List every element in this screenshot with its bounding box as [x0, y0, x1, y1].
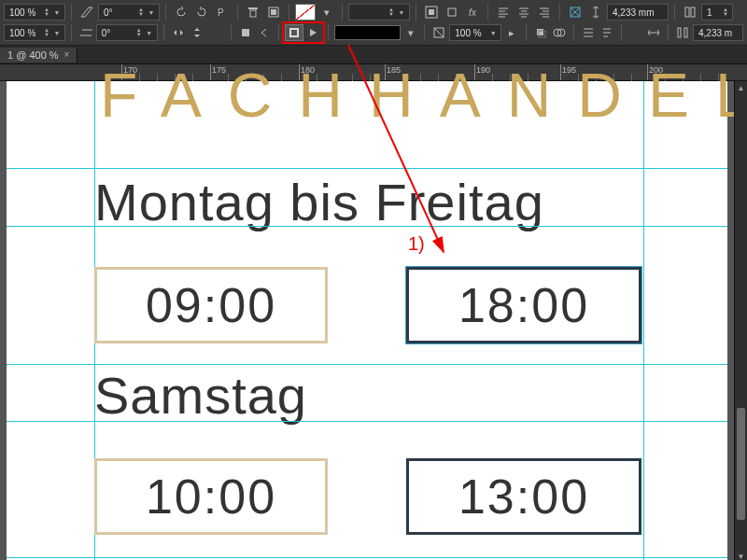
close-icon[interactable]: × — [64, 49, 70, 60]
rotate-cw-icon[interactable] — [192, 4, 211, 21]
svg-rect-11 — [242, 29, 249, 36]
guide-h-5[interactable] — [7, 557, 727, 558]
stepper-arrows-icon[interactable]: ▲▼ — [721, 7, 730, 17]
text-wrap-bounding-icon[interactable] — [443, 4, 461, 21]
viewport[interactable]: FACHHANDEL Montag bis Freitag 09:00 18:0… — [7, 81, 734, 560]
scale-y-combo[interactable]: 100 % ▲▼ ▼ — [4, 24, 65, 41]
frame-fit-icon[interactable] — [566, 4, 585, 21]
shear-h-icon[interactable] — [78, 24, 94, 41]
heading-weekdays[interactable]: Montag bis Freitag — [94, 172, 544, 232]
svg-rect-12 — [290, 29, 298, 36]
svg-rect-9 — [685, 7, 689, 17]
char-panel-icon[interactable]: P — [213, 4, 232, 21]
select-prev-icon[interactable] — [256, 24, 273, 41]
svg-rect-10 — [691, 7, 695, 17]
time-value: 18:00 — [458, 277, 589, 333]
svg-rect-18 — [678, 28, 681, 37]
timebox-sa-open[interactable]: 10:00 — [94, 458, 328, 535]
story-dir-icon[interactable] — [599, 24, 615, 41]
time-value: 10:00 — [146, 469, 276, 525]
apply-to-content-icon[interactable] — [303, 24, 322, 41]
stepper-arrows-icon[interactable]: ▲▼ — [387, 7, 396, 17]
fill-swatch[interactable] — [295, 4, 316, 21]
fx-icon[interactable]: fx — [463, 4, 482, 21]
annotation-label: 1) — [408, 233, 425, 255]
svg-rect-19 — [684, 28, 687, 37]
dropdown-caret-icon[interactable]: ▼ — [396, 9, 407, 16]
stroke-caret-icon[interactable]: ▾ — [402, 24, 419, 41]
scroll-thumb[interactable] — [737, 408, 745, 520]
svg-rect-1 — [248, 7, 258, 9]
para-align-center-icon[interactable] — [514, 4, 533, 21]
heading-saturday[interactable]: Samstag — [94, 365, 307, 426]
opacity-more-icon[interactable]: ▸ — [503, 24, 520, 41]
height-value: 4,233 mm — [610, 7, 666, 18]
scroll-up-icon[interactable]: ▲ — [735, 81, 747, 94]
para-align-right-icon[interactable] — [535, 4, 554, 21]
document-tab[interactable]: 1 @ 400 % × — [0, 48, 78, 63]
fill-caret-icon[interactable]: ▾ — [317, 4, 336, 21]
svg-text:P: P — [218, 7, 224, 18]
svg-rect-2 — [250, 10, 256, 17]
stepper-arrows-icon[interactable]: ▲▼ — [42, 28, 51, 37]
rotate-combo-a[interactable]: 0° ▲▼ ▼ — [98, 4, 160, 21]
guide-h-2[interactable] — [7, 226, 727, 227]
toolbar-row-2: 100 % ▲▼ ▼ 0° ▲▼ ▼ ▾ 100 % — [4, 22, 743, 43]
shear-icon[interactable] — [78, 4, 96, 21]
timebox-sa-close[interactable]: 13:00 — [406, 458, 641, 535]
scale-x-combo[interactable]: 100 % ▲▼ ▼ — [4, 4, 65, 21]
select-content-icon[interactable] — [237, 24, 254, 41]
svg-rect-6 — [429, 9, 434, 15]
opacity-icon[interactable] — [430, 24, 447, 41]
flip-v-icon[interactable] — [189, 24, 205, 41]
apply-to-container-icon[interactable] — [285, 24, 303, 41]
auto-size-icon[interactable] — [580, 24, 597, 41]
drop-shadow-icon[interactable] — [532, 24, 549, 41]
rotate-combo-b[interactable]: 0° ▲▼ ▼ — [96, 24, 158, 41]
height-icon[interactable] — [586, 4, 605, 21]
opacity-combo[interactable]: 100 % ▼ — [449, 24, 501, 41]
select-container-icon[interactable] — [264, 4, 283, 21]
stroke-swatch[interactable] — [334, 25, 401, 40]
guide-vertical-right[interactable] — [643, 81, 644, 560]
dropdown-caret-icon[interactable]: ▼ — [51, 9, 63, 16]
stepper-arrows-icon[interactable]: ▲▼ — [134, 28, 144, 37]
dropdown-caret-icon[interactable]: ▼ — [144, 30, 155, 36]
height-combo[interactable]: 4,233 mm — [607, 4, 669, 21]
dropdown-caret-icon[interactable]: ▼ — [146, 9, 157, 16]
gutter-icon[interactable] — [674, 24, 691, 41]
columns-combo[interactable]: 1 ▲▼ — [701, 4, 733, 21]
rotate-value-a: 0° — [101, 7, 136, 18]
gutter-value: 4,233 m — [696, 28, 740, 38]
svg-rect-14 — [537, 29, 543, 35]
timebox-mf-close-selected[interactable]: 18:00 — [406, 267, 641, 343]
document-tabstrip: 1 @ 400 % × — [0, 46, 747, 64]
svg-rect-7 — [448, 8, 456, 16]
stepper-arrows-icon[interactable]: ▲▼ — [136, 7, 146, 17]
align-top-icon[interactable] — [244, 4, 262, 21]
gutter-combo[interactable]: 4,233 m — [693, 24, 743, 41]
blend-icon[interactable] — [551, 24, 568, 41]
time-value: 13:00 — [458, 469, 589, 525]
guide-h-4[interactable] — [7, 421, 727, 422]
columns-value: 1 — [704, 7, 721, 18]
scroll-down-icon[interactable]: ▼ — [735, 550, 747, 560]
page[interactable]: FACHHANDEL Montag bis Freitag 09:00 18:0… — [7, 81, 727, 560]
para-align-left-icon[interactable] — [494, 4, 513, 21]
text-wrap-icon[interactable] — [422, 4, 441, 21]
timebox-mf-open[interactable]: 09:00 — [94, 267, 328, 343]
flip-h-icon[interactable] — [170, 24, 187, 41]
columns-icon[interactable] — [681, 4, 699, 21]
dropdown-caret-icon[interactable]: ▼ — [487, 30, 499, 36]
guide-h-1[interactable] — [7, 168, 727, 169]
vertical-scrollbar[interactable]: ▲ ▼ — [734, 81, 747, 560]
stepper-arrows-icon[interactable]: ▲▼ — [42, 7, 51, 17]
width-icon[interactable] — [645, 24, 662, 41]
rotate-ccw-icon[interactable] — [172, 4, 190, 21]
masthead-text[interactable]: FACHHANDEL — [100, 64, 747, 126]
scale-x-value: 100 % — [7, 7, 42, 18]
control-toolbar: 100 % ▲▼ ▼ 0° ▲▼ ▼ P ▾ ▲▼ ▼ fx — [0, 0, 747, 46]
stroke-weight-combo[interactable]: ▲▼ ▼ — [348, 4, 410, 21]
stroke-weight-value — [351, 7, 387, 18]
dropdown-caret-icon[interactable]: ▼ — [51, 30, 63, 36]
